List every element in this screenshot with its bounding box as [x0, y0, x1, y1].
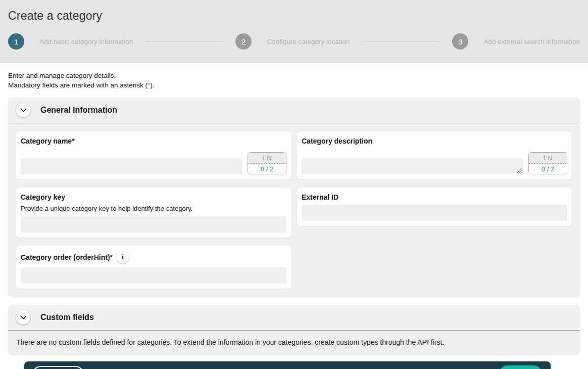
step-1-circle: 1: [8, 33, 24, 50]
step-3-label: Add external search information: [483, 38, 580, 45]
next-button[interactable]: Next: [499, 365, 543, 369]
footer-action-bar: Cancel Next: [24, 361, 551, 369]
custom-fields-empty-message: There are no custom fields defined for c…: [8, 331, 580, 355]
external-id-input[interactable]: [302, 205, 567, 221]
general-information-header[interactable]: General Information: [8, 98, 580, 123]
category-description-card: Category description EN 0 / 2: [297, 131, 572, 179]
page-header: Create a category 1 Add basic category i…: [0, 0, 588, 63]
external-id-label: External ID: [302, 193, 338, 201]
category-order-label-row: Category order (orderHint)* i: [21, 251, 286, 263]
page-title: Create a category: [8, 9, 580, 23]
step-3-circle: 3: [452, 33, 468, 50]
category-order-label: Category order (orderHint): [21, 253, 110, 261]
step-2-circle: 2: [235, 33, 252, 50]
required-asterisk: *: [110, 253, 113, 261]
category-key-hint: Provide a unique category key to help id…: [21, 205, 286, 212]
category-order-input[interactable]: [21, 267, 286, 284]
category-key-label-row: Category key: [21, 193, 286, 201]
cancel-button[interactable]: Cancel: [32, 366, 84, 369]
required-asterisk: *: [72, 137, 74, 145]
external-id-label-row: External ID: [302, 193, 567, 201]
category-key-card: Category key Provide a unique category k…: [16, 188, 291, 238]
language-selector[interactable]: EN 0 / 2: [528, 152, 567, 174]
stepper-step-2[interactable]: 2 Configure category location: [235, 33, 350, 50]
general-information-body: Category name* EN 0 / 2 Category descrip…: [8, 123, 580, 297]
category-name-card: Category name* EN 0 / 2: [16, 131, 291, 179]
category-order-card: Category order (orderHint)* i: [16, 246, 291, 289]
collapse-toggle-button[interactable]: [16, 310, 30, 325]
category-description-label: Category description: [302, 137, 372, 145]
intro-text: Enter and manage category details. Manda…: [0, 63, 588, 98]
section-title-general: General Information: [40, 106, 117, 115]
language-code: EN: [529, 153, 567, 163]
category-description-textarea[interactable]: [302, 158, 523, 174]
external-id-card: External ID: [297, 188, 572, 226]
stepper-step-1[interactable]: 1 Add basic category information: [8, 33, 133, 50]
category-description-label-row: Category description: [302, 137, 567, 145]
chevron-down-icon: [20, 108, 27, 113]
category-name-label: Category name: [21, 137, 72, 145]
resize-handle-icon[interactable]: [516, 167, 522, 173]
section-title-custom-fields: Custom fields: [40, 313, 94, 322]
category-key-input[interactable]: [21, 216, 286, 233]
stepper-connector: [363, 41, 439, 42]
category-name-label-row: Category name*: [21, 137, 286, 145]
custom-fields-header[interactable]: Custom fields: [8, 305, 580, 331]
language-counter: 0 / 2: [248, 163, 286, 174]
language-selector[interactable]: EN 0 / 2: [248, 152, 286, 174]
chevron-down-icon: [20, 315, 27, 320]
stepper-connector: [146, 41, 222, 42]
step-2-label: Configure category location: [267, 38, 350, 45]
wizard-stepper: 1 Add basic category information 2 Confi…: [8, 33, 580, 50]
general-information-section: General Information Category name* EN 0 …: [8, 98, 580, 297]
category-key-label: Category key: [21, 193, 65, 201]
stepper-step-3[interactable]: 3 Add external search information: [452, 33, 580, 50]
language-code: EN: [248, 153, 286, 163]
collapse-toggle-button[interactable]: [16, 103, 30, 117]
category-name-input[interactable]: [21, 158, 242, 174]
intro-line-2: Mandatory fields are marked with an aste…: [8, 81, 580, 90]
language-counter: 0 / 2: [529, 163, 567, 174]
info-icon[interactable]: i: [117, 251, 129, 263]
intro-line-1: Enter and manage category details.: [8, 71, 580, 81]
step-1-label: Add basic category information: [39, 38, 133, 45]
custom-fields-section: Custom fields There are no custom fields…: [8, 305, 580, 355]
